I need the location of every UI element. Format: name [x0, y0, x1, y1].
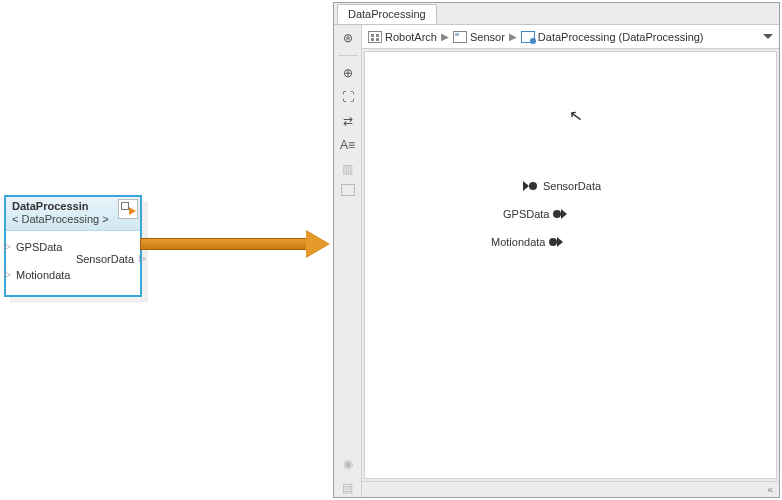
canvas-footer: «: [362, 481, 779, 497]
port-label: Motiondata: [491, 236, 545, 248]
canvas-port-motiondata[interactable]: Motiondata: [491, 236, 563, 248]
breadcrumb-dropdown[interactable]: [763, 34, 773, 39]
output-port-icon: [549, 237, 563, 247]
flow-arrow: [140, 232, 332, 256]
annotate-tool[interactable]: A≡: [339, 136, 357, 154]
port-label: SensorData: [76, 253, 134, 265]
component-type-icon: [118, 199, 138, 219]
camera-tool[interactable]: ◉: [339, 455, 357, 473]
canvas-port-gpsdata[interactable]: GPSData: [503, 208, 567, 220]
breadcrumb-robotarch[interactable]: RobotArch: [368, 31, 437, 43]
chevron-right-icon: ▶: [509, 31, 517, 42]
port-gpsdata[interactable]: GPSData: [16, 241, 134, 253]
canvas-port-sensordata[interactable]: SensorData: [525, 180, 601, 192]
cursor-icon: ↖: [568, 105, 584, 126]
port-label: GPSData: [503, 208, 549, 220]
editor-body: ⊛ ⊕ ⛶ ⇄ A≡ ▥ ◉ ▤ RobotArch ▶ Sensor: [334, 25, 779, 497]
tool-strip: ⊛ ⊕ ⛶ ⇄ A≡ ▥ ◉ ▤: [334, 25, 362, 497]
dataprocessing-icon: [521, 31, 535, 43]
collapse-button[interactable]: «: [767, 484, 773, 495]
layers-tool[interactable]: ▤: [339, 479, 357, 497]
port-label: GPSData: [16, 241, 62, 253]
zoom-tool[interactable]: ⊕: [339, 64, 357, 82]
separator: [338, 55, 358, 56]
breadcrumb: RobotArch ▶ Sensor ▶ DataProcessing (Dat…: [362, 25, 779, 49]
breadcrumb-label: Sensor: [470, 31, 505, 43]
breadcrumb-sensor[interactable]: Sensor: [453, 31, 505, 43]
canvas[interactable]: ↖ SensorDataGPSDataMotiondata: [364, 51, 777, 479]
breadcrumb-label: RobotArch: [385, 31, 437, 43]
fit-tool[interactable]: ⇄: [339, 112, 357, 130]
port-motiondata[interactable]: Motiondata: [16, 269, 134, 281]
component-header: DataProcessin < DataProcessing >: [6, 197, 140, 231]
output-port-icon: [553, 209, 567, 219]
chevron-right-icon: ▶: [441, 31, 449, 42]
nav-back-button[interactable]: ⊛: [339, 29, 357, 47]
breadcrumb-dataprocessing[interactable]: DataProcessing (DataProcessing): [521, 31, 704, 43]
tab-dataprocessing[interactable]: DataProcessing: [337, 4, 437, 24]
image-tool[interactable]: ▥: [339, 160, 357, 178]
breadcrumb-label: DataProcessing (DataProcessing): [538, 31, 704, 43]
box-tool[interactable]: [341, 184, 355, 196]
port-label: SensorData: [543, 180, 601, 192]
component-body: GPSData SensorData Motiondata: [6, 231, 140, 295]
canvas-wrap: RobotArch ▶ Sensor ▶ DataProcessing (Dat…: [362, 25, 779, 497]
input-port-icon: [525, 181, 539, 191]
arrow-head-icon: [306, 230, 330, 258]
tab-bar: DataProcessing: [334, 3, 779, 25]
arch-icon: [368, 31, 382, 43]
fullscreen-tool[interactable]: ⛶: [339, 88, 357, 106]
editor-panel: DataProcessing ⊛ ⊕ ⛶ ⇄ A≡ ▥ ◉ ▤ RobotArc…: [333, 2, 780, 498]
component-icon: [453, 31, 467, 43]
component-block[interactable]: DataProcessin < DataProcessing > GPSData…: [4, 195, 142, 297]
port-label: Motiondata: [16, 269, 70, 281]
arrow-shaft: [140, 238, 308, 250]
port-sensordata[interactable]: SensorData: [16, 253, 134, 265]
